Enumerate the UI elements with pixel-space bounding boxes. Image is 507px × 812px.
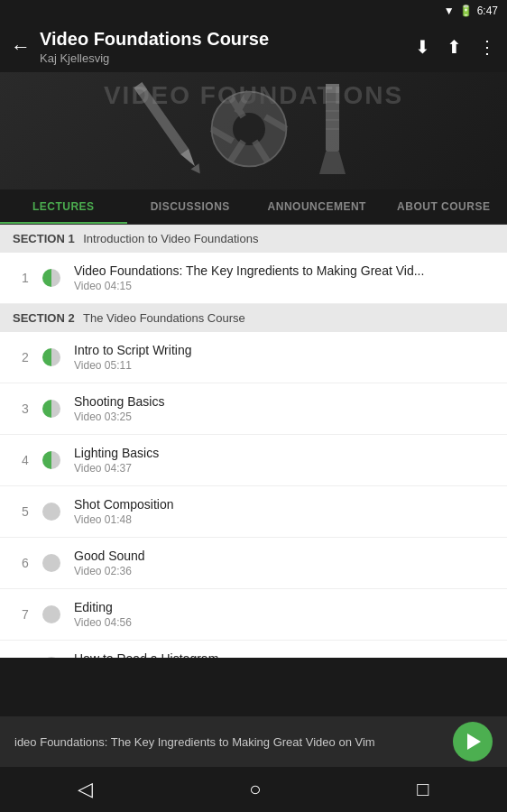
list-item[interactable]: 8 How to Read a Histogram Video 01:38 (0, 641, 507, 658)
item-info: Shooting Basics Video 03:25 (65, 394, 494, 423)
item-number: 6 (13, 556, 38, 570)
progress-icon-empty (38, 554, 65, 572)
list-item[interactable]: 1 Video Foundations: The Key Ingredients… (0, 253, 507, 304)
item-meta: Video 04:15 (74, 280, 494, 292)
tab-bar: LECTURES DISCUSSIONS ANNOUNCEMENT ABOUT … (0, 189, 507, 225)
item-info: Good Sound Video 02:36 (65, 549, 494, 577)
item-meta: Video 04:37 (74, 462, 494, 475)
list-item[interactable]: 7 Editing Video 04:56 (0, 589, 507, 641)
item-title: Video Foundations: The Key Ingredients t… (74, 263, 494, 278)
list-item[interactable]: 2 Intro to Script Writing Video 05:11 (0, 332, 507, 383)
section-1-title: Introduction to Video Foundations (83, 232, 258, 245)
share-icon[interactable]: ⬆ (447, 36, 462, 58)
item-title: How to Read a Histogram (74, 651, 494, 658)
item-meta: Video 03:25 (74, 411, 494, 423)
svg-rect-0 (136, 86, 189, 154)
progress-icon-empty (38, 657, 65, 658)
item-info: Shot Composition Video 01:48 (65, 497, 494, 526)
time-display: 6:47 (477, 5, 498, 17)
nav-back-icon[interactable]: ◁ (78, 778, 93, 801)
item-title: Shooting Basics (74, 394, 494, 409)
item-number: 7 (13, 607, 38, 622)
item-meta: Video 04:56 (74, 616, 494, 629)
aperture-icon (208, 88, 290, 173)
progress-icon (38, 269, 65, 287)
item-info: Intro to Script Writing Video 05:11 (65, 343, 494, 372)
list-item[interactable]: 6 Good Sound Video 02:36 (0, 538, 507, 589)
hero-banner: VIDEO FOUNDATIONS (0, 72, 507, 189)
player-bar: ideo Foundations: The Key Ingredients to… (0, 716, 507, 767)
tab-about-course[interactable]: ABOUT COURSE (381, 189, 508, 224)
item-title: Shot Composition (74, 497, 494, 512)
svg-rect-12 (326, 84, 339, 152)
item-meta: Video 05:11 (74, 359, 494, 372)
nav-recents-icon[interactable]: □ (417, 778, 429, 801)
tab-announcement[interactable]: ANNOUNCEMENT (254, 189, 381, 224)
progress-icon-empty (38, 503, 65, 521)
nav-home-icon[interactable]: ○ (249, 778, 261, 801)
svg-marker-2 (191, 163, 205, 177)
play-button[interactable] (453, 722, 493, 761)
back-button[interactable]: ← (11, 35, 31, 59)
item-number: 4 (13, 453, 38, 467)
progress-icon (38, 451, 65, 469)
section-2-title: The Video Foundations Course (83, 311, 245, 325)
item-meta: Video 01:48 (74, 513, 494, 526)
status-bar: ▼ 🔋 6:47 (0, 0, 507, 22)
tab-lectures[interactable]: LECTURES (0, 189, 127, 224)
svg-rect-18 (326, 84, 339, 93)
item-number: 2 (13, 350, 38, 364)
download-icon[interactable]: ⬇ (415, 36, 430, 58)
hero-content (0, 72, 507, 189)
player-text: ideo Foundations: The Key Ingredients to… (14, 735, 442, 749)
svg-point-5 (233, 113, 265, 145)
item-info: Video Foundations: The Key Ingredients t… (65, 263, 494, 292)
status-icons: ▼ 🔋 6:47 (444, 5, 498, 17)
section-1-label: SECTION 1 (13, 232, 75, 245)
item-info: Lighting Basics Video 04:37 (65, 446, 494, 475)
header-actions: ⬇ ⬆ ⋮ (415, 36, 496, 58)
item-info: Editing Video 04:56 (65, 600, 494, 629)
play-triangle-icon (467, 734, 481, 750)
lectures-content: SECTION 1 Introduction to Video Foundati… (0, 225, 507, 658)
item-title: Intro to Script Writing (74, 343, 494, 357)
progress-icon (38, 400, 65, 418)
progress-icon-empty (38, 605, 65, 623)
item-info: How to Read a Histogram Video 01:38 (65, 651, 494, 658)
header-left: ← Video Foundations Course Kaj Kjellesvi… (11, 29, 269, 65)
progress-icon (38, 348, 65, 366)
app-header: ← Video Foundations Course Kaj Kjellesvi… (0, 22, 507, 72)
tab-discussions[interactable]: DISCUSSIONS (127, 189, 254, 224)
section-2-header: SECTION 2 The Video Foundations Course (0, 304, 507, 332)
svg-marker-13 (319, 152, 346, 174)
section-2-label: SECTION 2 (13, 311, 75, 325)
blade-icon (308, 79, 357, 182)
nav-bar: ◁ ○ □ (0, 767, 507, 812)
item-number: 1 (13, 271, 38, 285)
item-number: 3 (13, 401, 38, 416)
list-item[interactable]: 5 Shot Composition Video 01:48 (0, 486, 507, 538)
more-icon[interactable]: ⋮ (478, 36, 496, 58)
item-number: 5 (13, 504, 38, 519)
instructor-name: Kaj Kjellesvig (40, 51, 269, 65)
item-title: Editing (74, 600, 494, 614)
item-title: Lighting Basics (74, 446, 494, 460)
list-item[interactable]: 3 Shooting Basics Video 03:25 (0, 383, 507, 435)
list-item[interactable]: 4 Lighting Basics Video 04:37 (0, 435, 507, 486)
item-meta: Video 02:36 (74, 565, 494, 577)
pencil-icon (119, 72, 222, 189)
section-1-header: SECTION 1 Introduction to Video Foundati… (0, 225, 507, 253)
battery-icon: 🔋 (459, 5, 473, 17)
course-title: Video Foundations Course (40, 29, 269, 50)
item-title: Good Sound (74, 549, 494, 563)
wifi-icon: ▼ (444, 5, 455, 17)
header-title-block: Video Foundations Course Kaj Kjellesvig (40, 29, 269, 65)
